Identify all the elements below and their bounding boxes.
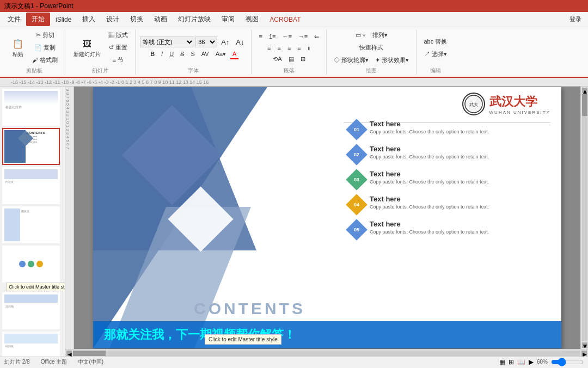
drawing-row1: ▭ ▿ 排列▾ [353,29,390,41]
reading-view-button[interactable]: 📖 [517,358,525,366]
format-painter-button[interactable]: 🖌 格式刷 [29,54,60,66]
new-slide-button[interactable]: 🖼 新建幻灯片 [70,35,105,61]
slide-thumb-4[interactable]: 图表页 [2,206,60,243]
slide-thumb-7[interactable]: 时间线 [2,332,60,357]
font-family-select[interactable]: 等线 (正文) [140,36,194,47]
shadow-button[interactable]: S [188,49,197,59]
list-unordered-button[interactable]: ≡ [256,32,265,41]
underline-button[interactable]: U [167,49,176,59]
menu-review[interactable]: 审阅 [216,13,240,26]
content-items: 01 Text here Copy paste fonts. Choose th… [349,120,550,245]
paste-icon: 📋 [11,38,24,51]
slide-thumb-container-1: 1 标题幻灯片 [2,89,63,126]
menu-insert[interactable]: 插入 [77,13,101,26]
font-color-button[interactable]: A [230,49,239,59]
paste-button[interactable]: 📋 粘贴 [8,35,28,61]
scroll-left-button[interactable]: ◄ [66,351,72,356]
shape-effect-button[interactable]: ✦ 形状效果▾ [372,54,412,66]
item-num-2: 02 [354,152,359,157]
master-tooltip: Click to edit Master title style [205,334,281,345]
drawing-row3: ◇ 形状轮廓▾ ✦ 形状效果▾ [331,54,412,66]
align-center-button[interactable]: ≡ [274,43,283,53]
menu-islide[interactable]: iSlide [50,14,77,26]
menu-home[interactable]: 开始 [26,13,50,26]
item-text-3: Text here Copy paste fonts. Choose the o… [370,170,489,185]
replace-button[interactable]: abc 替换 [421,36,450,47]
login-button[interactable]: 登录 [565,14,586,25]
slide-thumb-inner-1: 标题幻灯片 [4,91,58,124]
bold-button[interactable]: B [148,49,157,59]
theme-info: Office 主题 [41,358,68,366]
italic-button[interactable]: I [158,49,166,59]
ribbon-content: 📋 粘贴 ✂ 剪切 📄 复制 🖌 格式刷 剪贴板 🖼 [0,27,588,77]
university-name-cn: 武汉大学 [489,94,550,110]
reset-button[interactable]: ↺ 重置 [106,42,131,53]
charspace-button[interactable]: AV [199,49,212,59]
strikethrough-button[interactable]: S [177,49,187,59]
slide-thumb-inner-5 [4,248,58,280]
slide-thumb-5[interactable]: Click to edit Master title style [2,246,60,283]
menu-view[interactable]: 视图 [240,13,264,26]
arrange-button[interactable]: 排列▾ [370,29,390,41]
scroll-right-button[interactable]: ► [581,351,587,356]
quick-styles-button[interactable]: 快速样式 [357,42,386,53]
cut-button[interactable]: ✂ 剪切 [29,29,60,41]
smartart-button[interactable]: ⊞ [298,54,308,64]
zoom-slider[interactable] [551,358,584,366]
slide-thumb-2[interactable]: CONTENTS • Text here • Text here • Text … [2,128,60,165]
scroll-track [582,94,587,341]
item-diamond-1: 01 [346,119,367,140]
indent-increase-button[interactable]: →≡ [296,32,310,41]
font-decrease-button[interactable]: A↓ [233,36,247,48]
scroll-up-button[interactable]: ▲ [582,88,587,93]
case-button[interactable]: Aa▾ [213,49,229,59]
menu-transition[interactable]: 切换 [125,13,149,26]
h-scroll-thumb[interactable] [73,351,106,356]
indent-decrease-button[interactable]: ←≡ [279,32,294,41]
font-increase-button[interactable]: A↑ [218,36,232,48]
align-text-button[interactable]: ▤ [286,54,297,64]
shapes-button[interactable]: ▭ ▿ [353,30,369,40]
content-item-5: 05 Text here Copy paste fonts. Choose th… [349,220,550,237]
editing-row1: abc 替换 [421,36,450,47]
slide-info: 幻灯片 2/8 [4,358,30,366]
drawing-row2: 快速样式 [357,42,386,53]
menu-animation[interactable]: 动画 [149,13,173,26]
ruler-marks: -16 -15 -14 -13 -12 -11 -10 -9 -8 -7 -6 … [9,79,211,85]
item-text-5: Text here Copy paste fonts. Choose the o… [370,220,489,235]
align-left-button[interactable]: ≡ [265,43,273,53]
rtl-button[interactable]: ⇐ [311,32,322,42]
drawing-content: ▭ ▿ 排列▾ 快速样式 ◇ 形状轮廓▾ ✦ 形状效果▾ [331,29,412,66]
main-area: 1 标题幻灯片 2 CONTENTS • Text here [0,87,588,357]
copy-button[interactable]: 📄 复制 [29,42,60,53]
normal-view-button[interactable]: ▦ [499,358,505,366]
shape-fill-button[interactable]: ◇ 形状轮廓▾ [331,54,371,66]
scroll-thumb[interactable] [582,94,587,116]
drawing-label: 绘图 [366,66,377,75]
menu-file[interactable]: 文件 [2,13,26,26]
slide-canvas: CONTENTS 武大 武汉大学 WUHAN UNIVERSITY [93,87,561,348]
font-size-select[interactable]: 36 [195,36,217,47]
menu-acrobat[interactable]: ACROBAT [264,14,306,26]
editing-label: 编辑 [430,66,441,75]
justify-button[interactable]: ≡ [295,43,303,53]
section-button[interactable]: ≡ 节 [106,54,131,66]
slide-thumb-3[interactable]: 内容页 [2,167,60,204]
clipboard-content: 📋 粘贴 ✂ 剪切 📄 复制 🖌 格式刷 [8,29,60,66]
slide-thumb-container-7: 7 时间线 [2,332,63,357]
slidesorter-button[interactable]: ⊞ [509,358,514,366]
editing-row2: ↗ 选择▾ [421,48,450,60]
slideshow-button[interactable]: ▶ [529,358,534,366]
list-ordered-button[interactable]: 1≡ [266,32,279,41]
align-right-button[interactable]: ≡ [285,43,293,53]
layout-button[interactable]: ▦ 版式 [106,29,131,41]
select-button[interactable]: ↗ 选择▾ [421,48,450,60]
menu-design[interactable]: 设计 [101,13,125,26]
vertical-scrollbar[interactable]: ▲ ▼ [580,87,588,349]
scroll-down-button[interactable]: ▼ [582,342,587,348]
menu-slideshow[interactable]: 幻灯片放映 [173,13,216,26]
slide-thumb-1[interactable]: 标题幻灯片 [2,89,60,126]
text-direction-button[interactable]: ⟲A [270,54,284,64]
col-button[interactable]: ⫾ [305,43,314,53]
slide-thumb-6[interactable]: 流程图 [2,292,60,329]
